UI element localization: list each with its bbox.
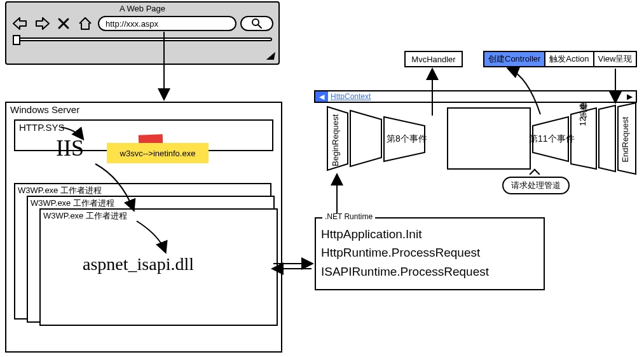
- net-runtime-title: .NET Runtime: [322, 212, 375, 221]
- net-line-2: ISAPIRuntime.ProcessRequest: [321, 262, 538, 281]
- sticky-note: w3svc-->inetinfo.exe: [107, 143, 209, 163]
- w3wp-label-3: W3WP.exe 工作者进程: [41, 210, 277, 222]
- home-icon[interactable]: [76, 16, 94, 31]
- controller-action-view-row: 创建Controller 触发Action View呈现: [483, 51, 637, 67]
- pipeline-bubble: 请求处理管道: [502, 177, 570, 194]
- event12-label: 第12个事件: [577, 117, 589, 126]
- view-render-label: View呈现: [598, 53, 633, 65]
- httpcontext-text: HttpContext: [328, 92, 371, 101]
- iis-label: IIS: [56, 135, 84, 161]
- url-bar[interactable]: http://xxx.aspx: [98, 16, 236, 31]
- forward-icon[interactable]: [33, 16, 51, 31]
- view-render-box: View呈现: [594, 51, 638, 67]
- httpsys-label: HTTP.SYS: [19, 122, 64, 133]
- net-line-0: HttpApplication.Init: [321, 225, 538, 243]
- svg-rect-1: [448, 108, 530, 169]
- mvchandler-label: MvcHandler: [411, 55, 455, 64]
- stop-icon[interactable]: [55, 16, 72, 31]
- browser-window: A Web Page http://xxx.aspx ◢: [5, 1, 280, 65]
- pipeline-bubble-text: 请求处理管道: [511, 180, 561, 190]
- browser-nav: http://xxx.aspx: [6, 13, 278, 34]
- create-controller-box: 创建Controller: [483, 51, 545, 67]
- sticky-text: w3svc-->inetinfo.exe: [120, 149, 196, 158]
- net-runtime-box: .NET Runtime HttpApplication.Init HttpRu…: [315, 217, 545, 290]
- trigger-action-box: 触发Action: [545, 51, 594, 67]
- url-text: http://xxx.aspx: [106, 19, 158, 29]
- event8-label: 第8个事件: [387, 133, 427, 145]
- isapi-label: aspnet_isapi.dll: [83, 254, 194, 274]
- mvchandler-box: MvcHandler: [404, 51, 463, 67]
- net-runtime-body: HttpApplication.Init HttpRuntime.Process…: [316, 219, 544, 283]
- scroll-thumb[interactable]: [13, 35, 20, 45]
- bar-right-icon: ▶: [623, 92, 636, 101]
- w3wp-label-2: W3WP.exe 工作者进程: [28, 197, 273, 210]
- back-icon[interactable]: [11, 16, 29, 31]
- net-line-1: HttpRuntime.ProcessRequest: [321, 243, 538, 262]
- event11-label: 第11个事件: [529, 133, 575, 145]
- search-box[interactable]: [240, 16, 273, 31]
- search-icon: [251, 18, 263, 29]
- create-controller-label: 创建Controller: [488, 53, 540, 65]
- browser-scroll-track[interactable]: [13, 37, 272, 41]
- end-request-label: EndRequest: [620, 117, 630, 163]
- w3wp-label-1: W3WP.exe 工作者进程: [15, 184, 270, 197]
- trigger-action-label: 触发Action: [549, 53, 589, 65]
- bar-left-icon: ◀: [315, 91, 328, 102]
- resize-grip-icon: ◢: [266, 49, 275, 61]
- windows-server-title: Windows Server: [6, 103, 281, 116]
- begin-request-label: BeginRequest: [331, 114, 340, 166]
- browser-title: A Web Page: [6, 3, 278, 13]
- httpcontext-bar: ◀ HttpContext ▶: [314, 90, 637, 103]
